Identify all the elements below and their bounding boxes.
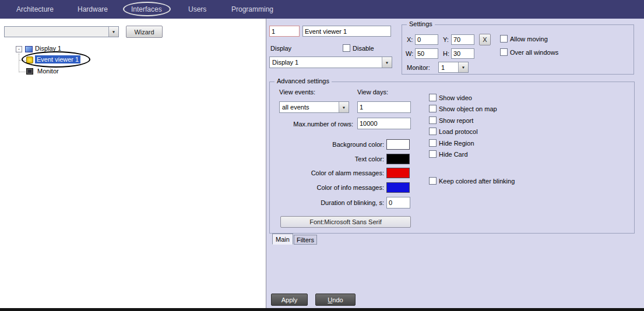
blinking-duration-label: Duration of blinking, s: — [293, 199, 384, 206]
info-color-label: Color of info messages: — [293, 184, 384, 191]
h-input[interactable] — [451, 48, 474, 59]
show-video-label: Show video — [439, 94, 472, 101]
monitor-label: Monitor: — [407, 64, 430, 71]
hide-card-label: Hide Card — [439, 151, 468, 158]
background-color-label: Background color: — [293, 141, 384, 148]
tab-main[interactable]: Main — [272, 234, 293, 245]
event-viewer-icon — [26, 56, 33, 63]
application-window: Architecture Hardware Interfaces Users P… — [0, 0, 644, 311]
w-input[interactable] — [415, 48, 438, 59]
font-button[interactable]: Font:Microsoft Sans Serif — [280, 216, 411, 228]
text-color-swatch[interactable] — [386, 154, 410, 164]
tree-filter-combobox[interactable] — [4, 26, 119, 37]
blinking-duration-input[interactable] — [386, 197, 410, 208]
over-all-windows-checkbox[interactable] — [500, 48, 508, 56]
chevron-down-icon[interactable] — [382, 57, 392, 68]
show-video-checkbox[interactable] — [429, 94, 437, 101]
alarm-color-label: Color of alarm messages: — [293, 169, 384, 176]
tree-item-display[interactable]: Display 1 — [33, 44, 63, 52]
wizard-button[interactable]: Wizard — [126, 26, 163, 38]
w-label: W: — [406, 50, 413, 57]
x-label: X: — [407, 36, 413, 43]
x-input[interactable] — [415, 34, 438, 45]
menu-item-hardware[interactable]: Hardware — [78, 0, 108, 19]
view-events-label: View events: — [279, 89, 315, 96]
display-combobox[interactable]: Display 1 — [269, 56, 392, 68]
tree-connector — [19, 72, 26, 72]
h-label: H: — [443, 50, 449, 57]
keep-colored-label: Keep colored after blinking — [439, 178, 515, 185]
monitor-combobox-value: 1 — [439, 64, 458, 71]
show-report-label: Show report — [439, 117, 473, 124]
max-rows-label: Max.number of rows: — [281, 121, 353, 128]
display-icon — [25, 46, 33, 52]
allow-moving-checkbox[interactable] — [500, 35, 508, 43]
disable-checkbox-label: Disable — [353, 45, 374, 52]
background-color-swatch[interactable] — [386, 139, 410, 150]
name-input[interactable] — [302, 26, 391, 37]
display-combobox-value: Display 1 — [270, 59, 382, 66]
menu-item-architecture[interactable]: Architecture — [16, 0, 54, 19]
tree-expander[interactable]: - — [16, 46, 22, 52]
xy-helper-button-label: X — [483, 36, 487, 43]
tree-item-event-viewer[interactable]: Event viewer 1 — [35, 55, 80, 63]
load-protocol-checkbox[interactable] — [429, 128, 437, 135]
chevron-down-icon[interactable] — [458, 62, 468, 72]
view-days-label: View days: — [357, 89, 388, 96]
hide-region-checkbox[interactable] — [429, 139, 437, 147]
info-color-swatch[interactable] — [386, 182, 410, 193]
y-label: Y: — [443, 36, 449, 43]
menu-item-programming[interactable]: Programming — [231, 0, 273, 19]
view-events-combobox-value: all events — [280, 104, 339, 111]
settings-group-title: Settings — [407, 20, 435, 27]
tree-connector — [19, 54, 19, 72]
allow-moving-label: Allow moving — [510, 36, 548, 43]
keep-colored-checkbox[interactable] — [429, 177, 437, 185]
hide-region-label: Hide Region — [439, 140, 474, 147]
show-object-on-map-label: Show object on map — [439, 105, 497, 112]
advanced-settings-groupbox: Advanced settings View events: View days… — [269, 82, 635, 234]
display-label: Display — [270, 45, 291, 52]
text-color-label: Text color: — [293, 156, 384, 162]
view-days-input[interactable] — [357, 101, 411, 113]
xy-helper-button[interactable]: X — [479, 34, 491, 45]
tab-filters[interactable]: Filters — [294, 235, 317, 245]
load-protocol-label: Load protocol — [439, 128, 478, 135]
tree-connector — [19, 60, 26, 61]
view-events-combobox[interactable]: all events — [279, 101, 349, 113]
menu-item-interfaces[interactable]: Interfaces — [131, 0, 162, 19]
disable-checkbox[interactable] — [343, 44, 350, 52]
settings-groupbox: Settings X: Y: X Allow moving W: H: Over… — [402, 24, 634, 75]
over-all-windows-label: Over all windows — [510, 49, 558, 56]
alarm-color-swatch[interactable] — [386, 168, 410, 178]
y-input[interactable] — [451, 34, 474, 45]
tree-item-monitor[interactable]: Monitor — [36, 67, 61, 75]
chevron-down-icon[interactable] — [339, 102, 349, 112]
window-bottom-edge — [0, 308, 644, 311]
apply-button-label: Apply — [281, 296, 298, 303]
chevron-down-icon[interactable] — [108, 27, 118, 37]
apply-button[interactable]: Apply — [271, 294, 308, 306]
show-object-on-map-checkbox[interactable] — [429, 105, 437, 112]
max-rows-input[interactable] — [357, 118, 411, 129]
font-button-label: Font:Microsoft Sans Serif — [309, 218, 382, 225]
object-tree-panel: Wizard - Display 1 Event viewer 1 Monito… — [0, 19, 266, 308]
menu-item-users[interactable]: Users — [188, 0, 206, 19]
hide-card-checkbox[interactable] — [429, 150, 437, 158]
properties-panel: Display Disable Display 1 Settings X: Y:… — [266, 19, 644, 308]
undo-button-label: Undo — [328, 296, 343, 303]
monitor-combobox[interactable]: 1 — [438, 62, 469, 73]
undo-button[interactable]: Undo — [315, 294, 356, 306]
monitor-icon — [26, 68, 33, 75]
show-report-checkbox[interactable] — [429, 116, 437, 124]
wizard-button-label: Wizard — [134, 29, 154, 36]
id-input[interactable] — [269, 26, 300, 37]
main-menu-bar: Architecture Hardware Interfaces Users P… — [0, 0, 644, 19]
advanced-settings-group-title: Advanced settings — [275, 77, 332, 84]
